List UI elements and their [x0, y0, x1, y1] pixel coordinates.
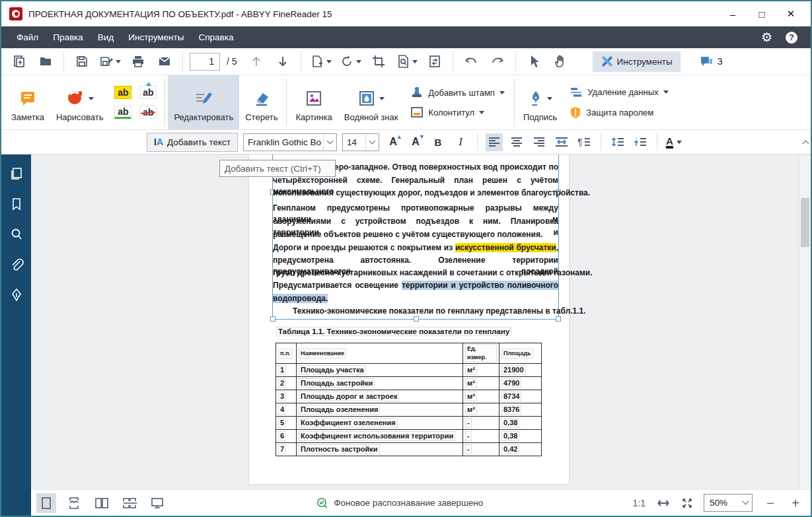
- add-text-button[interactable]: IA Добавить текст: [147, 133, 238, 152]
- add-pages-dropdown-caret[interactable]: [326, 60, 332, 63]
- password-protect-button[interactable]: Защита паролем: [570, 106, 668, 119]
- next-page-button[interactable]: [272, 51, 294, 72]
- menu-help[interactable]: Справка: [191, 26, 240, 48]
- align-center-button[interactable]: [508, 133, 525, 151]
- zoom-out-button[interactable]: −: [763, 497, 778, 510]
- settings-gear-icon[interactable]: ⚙: [761, 31, 772, 44]
- paragraph-marks-button[interactable]: ¶: [575, 133, 593, 151]
- previous-page-button[interactable]: [245, 51, 268, 72]
- signature-dropdown-caret[interactable]: [547, 97, 552, 100]
- digital-signature-panel-icon[interactable]: [9, 288, 24, 302]
- find-in-page-button[interactable]: [394, 51, 420, 72]
- menu-tools[interactable]: Инструменты: [121, 26, 191, 48]
- vertical-scrollbar[interactable]: [799, 155, 811, 489]
- new-task-button[interactable]: [8, 51, 30, 72]
- italic-button[interactable]: I: [452, 133, 469, 151]
- view-single-page-button[interactable]: [36, 493, 56, 513]
- hand-tool-button[interactable]: [549, 51, 572, 72]
- rotate-button[interactable]: [338, 51, 363, 72]
- zoom-in-button[interactable]: +: [788, 497, 803, 510]
- search-panel-icon[interactable]: [9, 227, 24, 242]
- rotate-dropdown-caret[interactable]: [356, 60, 361, 63]
- view-continuous-button[interactable]: [64, 493, 84, 513]
- table-row: 7Плотность застройки-0,42: [276, 443, 542, 456]
- bookmarks-panel-icon[interactable]: [10, 197, 23, 211]
- font-color-button[interactable]: A: [665, 133, 683, 151]
- draw-dropdown-caret[interactable]: [89, 97, 94, 100]
- pdf-page[interactable]: еро-западное. Отвод поверхностных вод пр…: [249, 155, 569, 484]
- text-direction-button[interactable]: [553, 133, 570, 151]
- font-size-select[interactable]: 14: [342, 133, 379, 151]
- draw-tool[interactable]: Нарисовать: [50, 75, 109, 129]
- erase-tool[interactable]: Стереть: [239, 75, 283, 129]
- highlight-text-button[interactable]: ab: [114, 86, 131, 99]
- underline-text-button[interactable]: ab: [114, 106, 131, 119]
- two-pages-icon: [94, 497, 109, 510]
- save-as-dropdown-caret[interactable]: [116, 60, 121, 63]
- decrease-font-button[interactable]: A▼: [407, 133, 424, 151]
- redo-button[interactable]: [486, 51, 509, 72]
- crop-button[interactable]: [367, 51, 390, 72]
- replace-page-button[interactable]: [424, 51, 446, 72]
- menu-view[interactable]: Вид: [91, 26, 121, 48]
- font-family-chevron-icon: [327, 137, 334, 144]
- redact-dropdown-caret[interactable]: [663, 90, 669, 94]
- header-footer-button[interactable]: Колонтитул: [410, 106, 505, 118]
- align-center-icon: [511, 137, 523, 147]
- note-tool[interactable]: Заметка: [5, 75, 50, 129]
- pages-panel-icon[interactable]: [9, 166, 24, 181]
- open-button[interactable]: [34, 51, 57, 72]
- picture-tool[interactable]: Картинка: [289, 75, 338, 129]
- save-as-button[interactable]: [97, 51, 123, 72]
- email-button[interactable]: [153, 51, 176, 72]
- align-right-button[interactable]: [531, 133, 548, 151]
- align-left-button[interactable]: [486, 133, 503, 151]
- maximize-button[interactable]: □: [747, 3, 776, 25]
- header-footer-dropdown-caret[interactable]: [479, 111, 484, 114]
- attachments-panel-icon[interactable]: [9, 258, 24, 272]
- print-button[interactable]: [127, 51, 149, 72]
- fit-page-icon[interactable]: [681, 497, 693, 509]
- signature-tool[interactable]: Подпись: [517, 75, 563, 129]
- paragraph-spacing-button[interactable]: [632, 133, 649, 151]
- bold-button[interactable]: B: [429, 133, 447, 151]
- save-button[interactable]: [71, 51, 93, 72]
- view-two-pages-continuous-button[interactable]: [120, 493, 139, 513]
- undo-button[interactable]: [460, 51, 482, 72]
- table-row: 4Площадь озеленениям²8376: [276, 403, 542, 417]
- signature-pen-icon: [528, 89, 544, 108]
- select-cursor-button[interactable]: [523, 51, 545, 72]
- find-dropdown-caret[interactable]: [412, 60, 418, 63]
- increase-font-button[interactable]: A▲: [385, 133, 402, 151]
- view-two-pages-button[interactable]: [92, 493, 112, 513]
- view-fullscreen-button[interactable]: [147, 493, 167, 513]
- stamp-dropdown-caret[interactable]: [499, 91, 505, 94]
- watermark-dropdown-caret[interactable]: [379, 97, 385, 100]
- menu-file[interactable]: Файл: [9, 26, 46, 48]
- redact-data-button[interactable]: Удаление данных: [570, 86, 668, 98]
- minimize-button[interactable]: –: [718, 3, 747, 25]
- line-spacing-button[interactable]: [609, 133, 626, 151]
- menu-edit[interactable]: Правка: [46, 26, 91, 48]
- comments-button[interactable]: 3: [699, 55, 723, 68]
- arrow-down-icon: [277, 55, 289, 68]
- page-number-input[interactable]: [190, 53, 220, 71]
- document-viewport[interactable]: еро-западное. Отвод поверхностных вод пр…: [31, 155, 811, 489]
- doc-line: водопровода.: [273, 293, 558, 305]
- strikethrough-text-button[interactable]: ab: [139, 106, 157, 119]
- add-pages-button[interactable]: [308, 51, 334, 72]
- watermark-tool[interactable]: Водяной знак: [338, 75, 404, 129]
- help-icon[interactable]: ?: [786, 32, 797, 44]
- scroll-up-arrow[interactable]: [803, 137, 808, 149]
- zoom-level-select[interactable]: 50%: [704, 494, 753, 512]
- font-family-select[interactable]: Franklin Gothic Bo: [243, 133, 337, 151]
- fit-width-icon[interactable]: [656, 499, 671, 508]
- scrollbar-thumb[interactable]: [801, 198, 809, 247]
- edit-tool[interactable]: Редактировать: [168, 75, 239, 129]
- actual-size-button[interactable]: 1:1: [633, 498, 646, 508]
- insert-text-button[interactable]: ab: [139, 86, 157, 99]
- tools-panel-button[interactable]: Инструменты: [593, 52, 681, 72]
- font-color-dropdown-caret[interactable]: [677, 141, 682, 144]
- close-button[interactable]: ✕: [776, 3, 805, 25]
- add-stamp-button[interactable]: Добавить штамп: [410, 86, 505, 98]
